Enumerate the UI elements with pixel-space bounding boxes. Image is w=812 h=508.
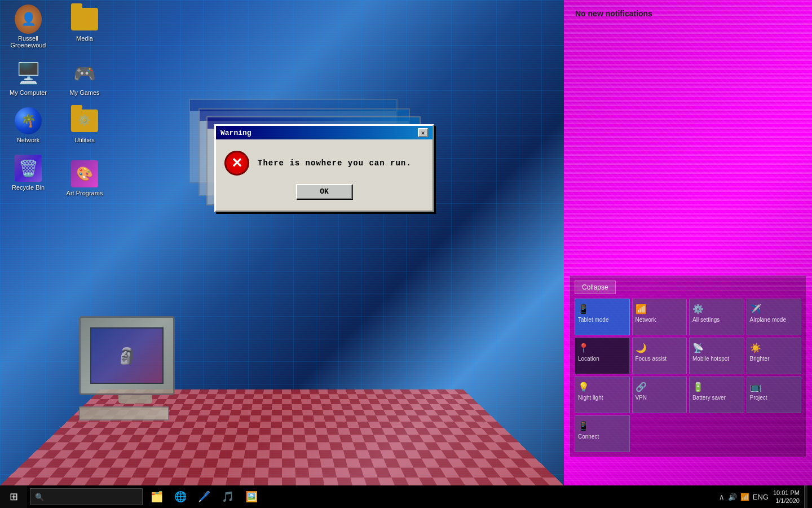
icon-network[interactable]: 🌴 Network xyxy=(6,107,51,143)
airplane-icon: ✈️ xyxy=(750,304,761,314)
tile-label-location: Location xyxy=(578,356,599,362)
tile-label-night: Night light xyxy=(578,395,603,401)
person-avatar: 👤 xyxy=(15,5,42,34)
controller-icon: 🎮 xyxy=(71,60,98,87)
tile-vpn[interactable]: 🔗 VPN xyxy=(632,376,687,413)
icon-my-games[interactable]: 🎮 My Games xyxy=(62,60,107,96)
location-icon: 📍 xyxy=(578,343,589,353)
tile-label-settings: All settings xyxy=(692,317,720,323)
icon-art-programs[interactable]: 🎨 Art Programs xyxy=(62,160,107,196)
icons-top-row: 👤 Russell Groenewoud Media 🖥️ My Compute… xyxy=(6,6,107,196)
taskbar-app-music[interactable]: 🎵 xyxy=(217,485,239,508)
icon-label-utilities: Utilities xyxy=(74,137,94,143)
tile-network[interactable]: 📶 Network xyxy=(632,299,687,335)
icon-label-art: Art Programs xyxy=(67,190,103,196)
dialog-title-bar: Warning ✕ xyxy=(216,126,433,139)
tile-label-battery: Battery saver xyxy=(692,395,726,401)
tile-connect[interactable]: 📱 Connect xyxy=(575,415,630,452)
network-icon: 🌴 xyxy=(15,107,42,134)
icon-label-recycle: Recycle Bin xyxy=(12,184,45,191)
tile-battery-saver[interactable]: 🔋 Battery saver xyxy=(689,376,744,413)
notification-header: No new notifications xyxy=(564,0,812,24)
tile-brighter[interactable]: ☀️ Brighter xyxy=(747,338,802,374)
vpn-icon: 🔗 xyxy=(636,382,647,392)
desktop: 👤 Russell Groenewoud Media 🖥️ My Compute… xyxy=(0,0,564,485)
focus-icon: 🌙 xyxy=(636,343,647,353)
ok-button[interactable]: OK xyxy=(296,184,352,199)
tiles-grid: 📱 Tablet mode 📶 Network ⚙️ All settings … xyxy=(575,299,801,452)
clock-date: 1/1/2020 xyxy=(773,497,800,505)
retro-computer: 🗿 xyxy=(79,316,192,418)
battery-icon: 🔋 xyxy=(692,382,704,392)
warning-content: ✕ There is nowhere you can run. xyxy=(224,151,424,176)
tile-location[interactable]: 📍 Location xyxy=(575,338,630,374)
taskbar: ⊞ 🔍 🗂️ 🌐 🖊️ 🎵 🖼️ ∧ 🔊 📶 ENG 10:01 PM xyxy=(0,485,812,508)
monitor-screen: 🗿 xyxy=(90,327,164,384)
search-icon: 🔍 xyxy=(35,493,44,501)
taskbar-app-photos[interactable]: 🖼️ xyxy=(240,485,263,508)
tile-label-project: Project xyxy=(750,395,767,401)
monitor: 🗿 xyxy=(79,316,175,395)
hotspot-icon: 📡 xyxy=(692,343,704,353)
connect-icon: 📱 xyxy=(578,421,589,431)
error-icon: ✕ xyxy=(224,151,249,176)
icon-label-russell: Russell Groenewoud xyxy=(6,35,51,49)
input-icon[interactable]: ENG xyxy=(753,493,769,501)
network-tile-icon: 📶 xyxy=(636,304,647,314)
tile-mobile-hotspot[interactable]: 📡 Mobile hotspot xyxy=(689,338,744,374)
taskbar-app-edge[interactable]: 🌐 xyxy=(169,485,192,508)
dialog-close-button[interactable]: ✕ xyxy=(418,128,428,137)
sys-icons: ∧ 🔊 📶 ENG xyxy=(719,493,769,501)
utilities-folder-shape: ⚙️ xyxy=(71,110,98,132)
art-icon: 🎨 xyxy=(71,160,98,187)
tile-focus-assist[interactable]: 🌙 Focus assist xyxy=(632,338,687,374)
taskbar-clock[interactable]: 10:01 PM 1/1/2020 xyxy=(773,489,800,505)
tile-tablet-mode[interactable]: 📱 Tablet mode xyxy=(575,299,630,335)
person-icon: 👤 xyxy=(15,6,42,33)
tile-all-settings[interactable]: ⚙️ All settings xyxy=(689,299,744,335)
brightness-icon: ☀️ xyxy=(750,343,761,353)
taskbar-app-task-view[interactable]: 🗂️ xyxy=(145,485,168,508)
screen-content: 🗿 xyxy=(117,347,137,365)
taskbar-search[interactable]: 🔍 xyxy=(30,488,143,505)
tile-project[interactable]: 📺 Project xyxy=(747,376,802,413)
tile-label-hotspot: Mobile hotspot xyxy=(692,356,729,362)
tile-label-connect: Connect xyxy=(578,433,599,440)
monitor-base xyxy=(118,395,152,404)
icon-utilities[interactable]: ⚙️ Utilities xyxy=(62,107,107,143)
folder-icon-media xyxy=(71,6,98,33)
chevron-up-icon[interactable]: ∧ xyxy=(719,493,725,501)
icon-my-computer[interactable]: 🖥️ My Computer xyxy=(6,60,51,96)
icon-media[interactable]: Media xyxy=(62,6,107,49)
notification-panel: No new notifications Collapse 📱 Tablet m… xyxy=(564,0,812,485)
taskbar-apps: 🗂️ 🌐 🖊️ 🎵 🖼️ xyxy=(145,485,263,508)
collapse-button[interactable]: Collapse xyxy=(575,281,616,294)
dialog-title: Warning xyxy=(220,129,251,137)
tile-night-light[interactable]: 💡 Night light xyxy=(575,376,630,413)
recycle-bin-icon: 🗑️ xyxy=(15,155,42,182)
tile-label-vpn: VPN xyxy=(636,395,647,401)
start-button[interactable]: ⊞ xyxy=(0,485,27,508)
edge-icon: 🌐 xyxy=(174,491,187,503)
folder-icon-utilities: ⚙️ xyxy=(71,107,98,134)
pen-icon: 🖊️ xyxy=(198,491,210,503)
show-desktop-button[interactable] xyxy=(804,485,807,508)
warning-message: There is nowhere you can run. xyxy=(258,159,412,168)
icon-label-network: Network xyxy=(17,137,39,143)
icon-label-media: Media xyxy=(76,35,93,42)
start-icon: ⊞ xyxy=(10,491,18,503)
icon-russell[interactable]: 👤 Russell Groenewoud xyxy=(6,6,51,49)
volume-icon[interactable]: 🔊 xyxy=(728,493,737,501)
photos-icon: 🖼️ xyxy=(245,491,258,503)
keyboard xyxy=(79,406,169,421)
taskbar-app-pen[interactable]: 🖊️ xyxy=(193,485,215,508)
network-status-icon[interactable]: 📶 xyxy=(740,493,749,501)
tile-label-network: Network xyxy=(636,317,656,323)
icon-label-computer: My Computer xyxy=(10,89,47,96)
tile-label-focus: Focus assist xyxy=(636,356,667,362)
tile-airplane-mode[interactable]: ✈️ Airplane mode xyxy=(747,299,802,335)
project-icon: 📺 xyxy=(750,382,761,392)
icon-recycle[interactable]: 🗑️ Recycle Bin xyxy=(6,155,51,196)
warning-dialog-stack: Warning ✕ ✕ There is nowhere you can run… xyxy=(214,124,434,212)
notification-title: No new notifications xyxy=(575,9,652,18)
